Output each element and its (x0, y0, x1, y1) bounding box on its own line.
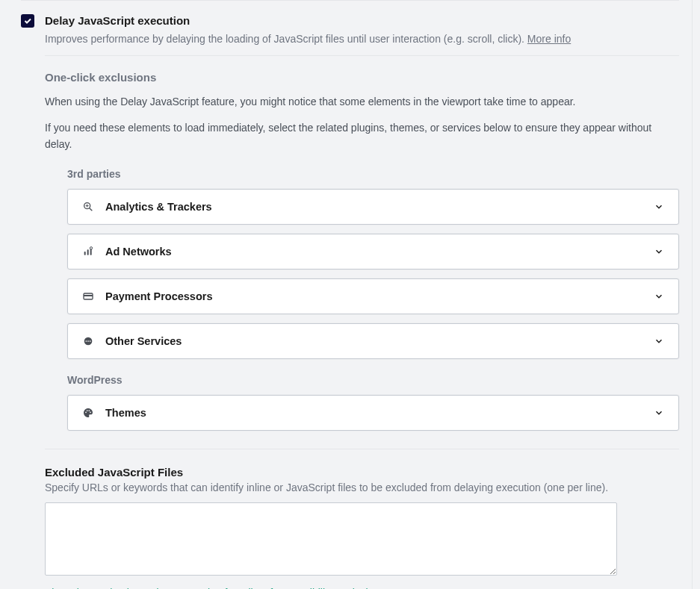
delay-js-checkbox[interactable] (21, 14, 34, 28)
analytics-icon (81, 200, 95, 214)
chevron-down-icon (653, 407, 665, 419)
option-title: Delay JavaScript execution (45, 14, 679, 27)
accordion-analytics-trackers[interactable]: Analytics & Trackers (67, 189, 679, 225)
dots-icon (81, 334, 95, 348)
exclusions-heading: One-click exclusions (45, 71, 679, 84)
svg-point-13 (90, 340, 91, 342)
group-label-3rd-parties: 3rd parties (67, 168, 679, 180)
svg-point-7 (90, 246, 92, 249)
accordion-label: Ad Networks (105, 246, 653, 258)
ads-icon (81, 245, 95, 258)
chevron-down-icon (653, 246, 665, 258)
palette-icon (81, 406, 95, 420)
chevron-down-icon (653, 290, 665, 302)
svg-rect-9 (84, 295, 93, 296)
section-divider-mid (45, 449, 679, 449)
excluded-files-description: Specify URLs or keywords that can identi… (45, 482, 679, 493)
exclusions-text-2: If you need these elements to load immed… (45, 120, 679, 152)
svg-point-15 (87, 410, 88, 411)
accordion-label: Other Services (105, 335, 653, 347)
chevron-down-icon (653, 201, 665, 213)
svg-point-11 (85, 340, 87, 342)
check-icon (23, 16, 32, 25)
svg-rect-5 (87, 249, 89, 255)
accordion-other-services[interactable]: Other Services (67, 323, 679, 359)
option-description: Improves performance by delaying the loa… (45, 31, 679, 48)
accordion-payment-processors[interactable]: Payment Processors (67, 278, 679, 314)
svg-line-1 (90, 208, 93, 211)
accordion-ad-networks[interactable]: Ad Networks (67, 234, 679, 269)
accordion-themes[interactable]: Themes (67, 395, 679, 431)
more-info-link[interactable]: More info (527, 33, 571, 45)
excluded-files-title: Excluded JavaScript Files (45, 466, 679, 479)
group-label-wordpress: WordPress (67, 374, 679, 386)
accordion-label: Themes (105, 407, 653, 419)
excluded-files-textarea[interactable] (45, 502, 617, 576)
sub-divider (45, 55, 679, 56)
svg-point-12 (87, 340, 89, 342)
svg-point-16 (88, 410, 90, 411)
chevron-down-icon (653, 335, 665, 347)
accordion-label: Payment Processors (105, 290, 653, 302)
svg-point-17 (90, 411, 91, 413)
card-icon (81, 290, 95, 303)
svg-rect-4 (84, 252, 86, 255)
svg-point-14 (85, 411, 87, 413)
exclusions-text-1: When using the Delay JavaScript feature,… (45, 94, 679, 110)
accordion-label: Analytics & Trackers (105, 201, 653, 213)
